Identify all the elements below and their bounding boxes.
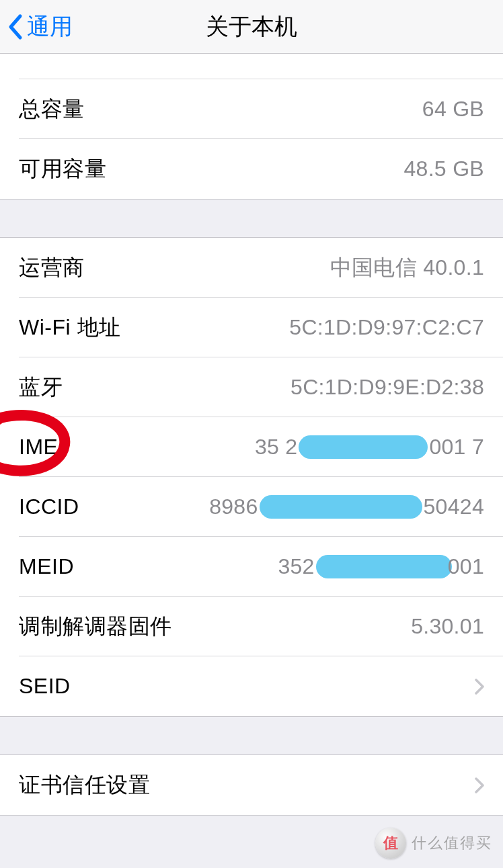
- setting-value: 5C:1D:D9:97:C2:C7: [289, 315, 484, 340]
- setting-label: MEID: [19, 554, 74, 579]
- back-button[interactable]: 通用: [0, 11, 73, 42]
- chevron-right-icon: [475, 777, 484, 793]
- watermark-text: 什么值得买: [412, 833, 492, 853]
- back-label: 通用: [27, 11, 73, 42]
- list-item: 总容量 64 GB: [0, 79, 503, 139]
- list-item: 运营商 中国电信 40.0.1: [0, 238, 503, 298]
- list-item: MEID 352 001: [0, 537, 503, 597]
- list-item: 可用容量 48.5 GB: [0, 139, 503, 199]
- setting-value: [469, 777, 484, 793]
- settings-group-certificates: 证书信任设置: [0, 754, 503, 816]
- setting-label: IMEI: [19, 435, 65, 460]
- value-suffix: 001 7: [429, 435, 484, 460]
- setting-value: 8986 50424: [209, 494, 484, 519]
- list-item: Wi-Fi 地址 5C:1D:D9:97:C2:C7: [0, 298, 503, 357]
- list-item: ICCID 8986 50424: [0, 477, 503, 537]
- setting-label: SEID: [19, 674, 71, 699]
- chevron-left-icon: [7, 13, 24, 40]
- list-item: 蓝牙 5C:1D:D9:9E:D2:38: [0, 357, 503, 417]
- value-suffix: 001: [448, 554, 484, 579]
- redaction-mark: [316, 555, 452, 578]
- value-prefix: 352: [278, 554, 314, 579]
- redaction-mark: [299, 435, 428, 459]
- setting-value: 中国电信 40.0.1: [330, 253, 484, 283]
- list-item: [0, 54, 503, 79]
- value-suffix: 50424: [424, 494, 484, 519]
- setting-label: ICCID: [19, 494, 79, 519]
- setting-value: 5C:1D:D9:9E:D2:38: [291, 375, 484, 400]
- setting-label: 可用容量: [19, 155, 106, 184]
- list-item-certificates[interactable]: 证书信任设置: [0, 755, 503, 815]
- watermark: 值 什么值得买: [375, 828, 492, 859]
- setting-value: 35 2 001 7: [255, 435, 484, 460]
- page-title: 关于本机: [0, 11, 503, 42]
- list-item-seid[interactable]: SEID: [0, 656, 503, 716]
- list-item: 调制解调器固件 5.30.01: [0, 597, 503, 656]
- setting-value: 48.5 GB: [403, 157, 484, 181]
- navigation-bar: 通用 关于本机: [0, 0, 503, 54]
- settings-group-storage: 总容量 64 GB 可用容量 48.5 GB: [0, 54, 503, 200]
- value-prefix: 35 2: [255, 435, 297, 460]
- setting-label: 调制解调器固件: [19, 612, 172, 642]
- setting-label: 蓝牙: [19, 373, 63, 402]
- setting-label: 证书信任设置: [19, 771, 150, 800]
- setting-label: 总容量: [19, 95, 85, 124]
- setting-label: Wi-Fi 地址: [19, 313, 121, 343]
- watermark-icon: 值: [375, 828, 406, 859]
- redaction-mark: [260, 495, 422, 519]
- value-prefix: 8986: [209, 494, 258, 519]
- setting-value: 64 GB: [422, 97, 484, 122]
- setting-value: [469, 679, 484, 695]
- settings-group-network: 运营商 中国电信 40.0.1 Wi-Fi 地址 5C:1D:D9:97:C2:…: [0, 237, 503, 717]
- setting-value: 5.30.01: [411, 614, 484, 639]
- chevron-right-icon: [475, 679, 484, 695]
- setting-value: 352 001: [278, 554, 484, 579]
- setting-label: 运营商: [19, 253, 85, 283]
- list-item-imei: IMEI 35 2 001 7: [0, 417, 503, 477]
